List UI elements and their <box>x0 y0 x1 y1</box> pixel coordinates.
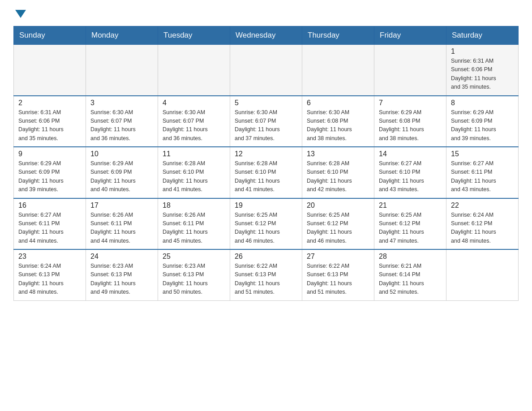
day-cell: 21Sunrise: 6:25 AM Sunset: 6:12 PM Dayli… <box>374 198 446 250</box>
day-info: Sunrise: 6:27 AM Sunset: 6:10 PM Dayligh… <box>379 159 442 194</box>
day-number: 16 <box>18 201 81 210</box>
day-cell: 25Sunrise: 6:23 AM Sunset: 6:13 PM Dayli… <box>158 249 230 300</box>
day-number: 9 <box>18 150 81 158</box>
page-header <box>13 9 519 17</box>
day-number: 27 <box>307 253 369 261</box>
day-number: 8 <box>451 99 514 107</box>
weekday-header-thursday: Thursday <box>302 26 374 45</box>
weekday-header-row: SundayMondayTuesdayWednesdayThursdayFrid… <box>14 26 519 45</box>
logo-arrow-icon <box>15 10 26 18</box>
day-cell: 3Sunrise: 6:30 AM Sunset: 6:07 PM Daylig… <box>86 96 158 147</box>
day-cell: 18Sunrise: 6:26 AM Sunset: 6:11 PM Dayli… <box>158 198 230 250</box>
day-info: Sunrise: 6:31 AM Sunset: 6:06 PM Dayligh… <box>18 108 81 143</box>
day-number: 23 <box>18 253 81 261</box>
day-number: 14 <box>379 150 442 158</box>
day-number: 11 <box>163 150 225 158</box>
day-cell <box>14 45 86 96</box>
day-cell: 26Sunrise: 6:22 AM Sunset: 6:13 PM Dayli… <box>230 249 302 300</box>
day-info: Sunrise: 6:30 AM Sunset: 6:07 PM Dayligh… <box>163 108 225 143</box>
day-cell: 14Sunrise: 6:27 AM Sunset: 6:10 PM Dayli… <box>374 147 446 198</box>
day-number: 7 <box>379 99 442 107</box>
day-number: 15 <box>451 150 514 158</box>
day-cell: 5Sunrise: 6:30 AM Sunset: 6:07 PM Daylig… <box>230 96 302 147</box>
weekday-header-sunday: Sunday <box>14 26 86 45</box>
day-cell <box>302 45 374 96</box>
day-cell: 1Sunrise: 6:31 AM Sunset: 6:06 PM Daylig… <box>446 45 519 96</box>
day-info: Sunrise: 6:31 AM Sunset: 6:06 PM Dayligh… <box>451 57 514 92</box>
day-info: Sunrise: 6:25 AM Sunset: 6:12 PM Dayligh… <box>235 211 297 246</box>
day-cell: 2Sunrise: 6:31 AM Sunset: 6:06 PM Daylig… <box>14 96 86 147</box>
day-cell: 27Sunrise: 6:22 AM Sunset: 6:13 PM Dayli… <box>302 249 374 300</box>
day-cell: 11Sunrise: 6:28 AM Sunset: 6:10 PM Dayli… <box>158 147 230 198</box>
day-info: Sunrise: 6:26 AM Sunset: 6:11 PM Dayligh… <box>90 211 153 246</box>
day-info: Sunrise: 6:27 AM Sunset: 6:11 PM Dayligh… <box>451 159 514 194</box>
day-cell: 10Sunrise: 6:29 AM Sunset: 6:09 PM Dayli… <box>86 147 158 198</box>
day-info: Sunrise: 6:27 AM Sunset: 6:11 PM Dayligh… <box>18 211 81 246</box>
day-info: Sunrise: 6:26 AM Sunset: 6:11 PM Dayligh… <box>163 211 225 246</box>
day-info: Sunrise: 6:29 AM Sunset: 6:08 PM Dayligh… <box>379 108 442 143</box>
day-info: Sunrise: 6:22 AM Sunset: 6:13 PM Dayligh… <box>307 262 369 297</box>
day-number: 6 <box>307 99 369 107</box>
day-number: 22 <box>451 201 514 210</box>
day-info: Sunrise: 6:30 AM Sunset: 6:07 PM Dayligh… <box>235 108 297 143</box>
day-number: 12 <box>235 150 297 158</box>
day-info: Sunrise: 6:25 AM Sunset: 6:12 PM Dayligh… <box>307 211 369 246</box>
day-cell: 19Sunrise: 6:25 AM Sunset: 6:12 PM Dayli… <box>230 198 302 250</box>
day-info: Sunrise: 6:29 AM Sunset: 6:09 PM Dayligh… <box>451 108 514 143</box>
day-cell: 24Sunrise: 6:23 AM Sunset: 6:13 PM Dayli… <box>86 249 158 300</box>
day-number: 13 <box>307 150 369 158</box>
day-number: 1 <box>451 47 514 56</box>
week-row-1: 1Sunrise: 6:31 AM Sunset: 6:06 PM Daylig… <box>14 45 519 96</box>
day-info: Sunrise: 6:23 AM Sunset: 6:13 PM Dayligh… <box>90 262 153 297</box>
week-row-5: 23Sunrise: 6:24 AM Sunset: 6:13 PM Dayli… <box>14 249 519 300</box>
day-number: 25 <box>163 253 225 261</box>
weekday-header-wednesday: Wednesday <box>230 26 302 45</box>
day-info: Sunrise: 6:28 AM Sunset: 6:10 PM Dayligh… <box>163 159 225 194</box>
weekday-header-tuesday: Tuesday <box>158 26 230 45</box>
day-number: 24 <box>90 253 153 261</box>
day-cell <box>86 45 158 96</box>
day-cell <box>158 45 230 96</box>
day-cell: 8Sunrise: 6:29 AM Sunset: 6:09 PM Daylig… <box>446 96 519 147</box>
day-cell: 16Sunrise: 6:27 AM Sunset: 6:11 PM Dayli… <box>14 198 86 250</box>
day-cell: 6Sunrise: 6:30 AM Sunset: 6:08 PM Daylig… <box>302 96 374 147</box>
day-number: 26 <box>235 253 297 261</box>
day-cell: 4Sunrise: 6:30 AM Sunset: 6:07 PM Daylig… <box>158 96 230 147</box>
day-number: 2 <box>18 99 81 107</box>
day-info: Sunrise: 6:24 AM Sunset: 6:13 PM Dayligh… <box>18 262 81 297</box>
week-row-4: 16Sunrise: 6:27 AM Sunset: 6:11 PM Dayli… <box>14 198 519 250</box>
week-row-2: 2Sunrise: 6:31 AM Sunset: 6:06 PM Daylig… <box>14 96 519 147</box>
weekday-header-saturday: Saturday <box>446 26 519 45</box>
logo <box>13 9 26 17</box>
day-number: 28 <box>379 253 442 261</box>
calendar: SundayMondayTuesdayWednesdayThursdayFrid… <box>13 26 519 301</box>
day-cell <box>230 45 302 96</box>
day-info: Sunrise: 6:22 AM Sunset: 6:13 PM Dayligh… <box>235 262 297 297</box>
day-number: 19 <box>235 201 297 210</box>
day-cell: 15Sunrise: 6:27 AM Sunset: 6:11 PM Dayli… <box>446 147 519 198</box>
day-number: 21 <box>379 201 442 210</box>
day-info: Sunrise: 6:21 AM Sunset: 6:14 PM Dayligh… <box>379 262 442 297</box>
day-cell: 22Sunrise: 6:24 AM Sunset: 6:12 PM Dayli… <box>446 198 519 250</box>
day-info: Sunrise: 6:28 AM Sunset: 6:10 PM Dayligh… <box>235 159 297 194</box>
day-cell: 7Sunrise: 6:29 AM Sunset: 6:08 PM Daylig… <box>374 96 446 147</box>
day-number: 5 <box>235 99 297 107</box>
day-cell: 17Sunrise: 6:26 AM Sunset: 6:11 PM Dayli… <box>86 198 158 250</box>
day-number: 18 <box>163 201 225 210</box>
day-info: Sunrise: 6:29 AM Sunset: 6:09 PM Dayligh… <box>18 159 81 194</box>
day-info: Sunrise: 6:23 AM Sunset: 6:13 PM Dayligh… <box>163 262 225 297</box>
day-info: Sunrise: 6:29 AM Sunset: 6:09 PM Dayligh… <box>90 159 153 194</box>
weekday-header-monday: Monday <box>86 26 158 45</box>
day-cell: 28Sunrise: 6:21 AM Sunset: 6:14 PM Dayli… <box>374 249 446 300</box>
day-number: 3 <box>90 99 153 107</box>
day-cell: 20Sunrise: 6:25 AM Sunset: 6:12 PM Dayli… <box>302 198 374 250</box>
day-info: Sunrise: 6:24 AM Sunset: 6:12 PM Dayligh… <box>451 211 514 246</box>
day-number: 10 <box>90 150 153 158</box>
day-cell <box>446 249 519 300</box>
day-number: 17 <box>90 201 153 210</box>
day-info: Sunrise: 6:25 AM Sunset: 6:12 PM Dayligh… <box>379 211 442 246</box>
weekday-header-friday: Friday <box>374 26 446 45</box>
day-info: Sunrise: 6:30 AM Sunset: 6:08 PM Dayligh… <box>307 108 369 143</box>
day-cell: 23Sunrise: 6:24 AM Sunset: 6:13 PM Dayli… <box>14 249 86 300</box>
day-cell <box>374 45 446 96</box>
